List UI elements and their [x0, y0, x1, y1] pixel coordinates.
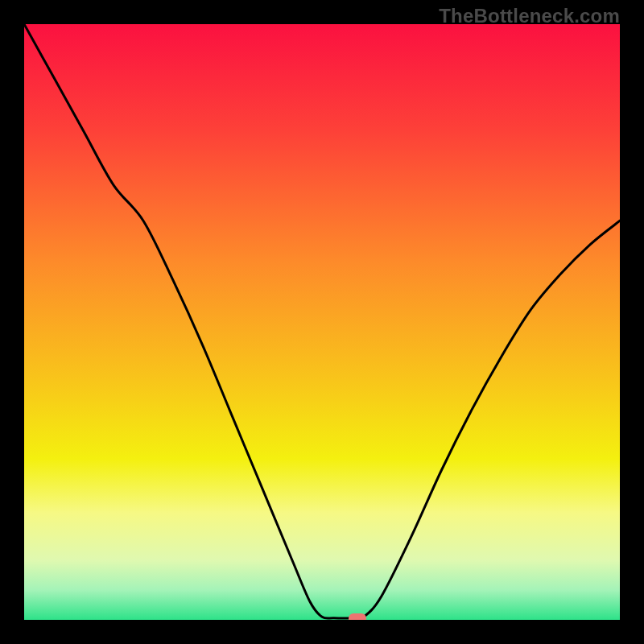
plot-area: [24, 24, 620, 620]
optimal-marker: [349, 613, 366, 620]
bottleneck-curve: [24, 24, 620, 620]
chart-frame: TheBottleneck.com: [0, 0, 644, 644]
watermark-text: TheBottleneck.com: [439, 5, 620, 27]
